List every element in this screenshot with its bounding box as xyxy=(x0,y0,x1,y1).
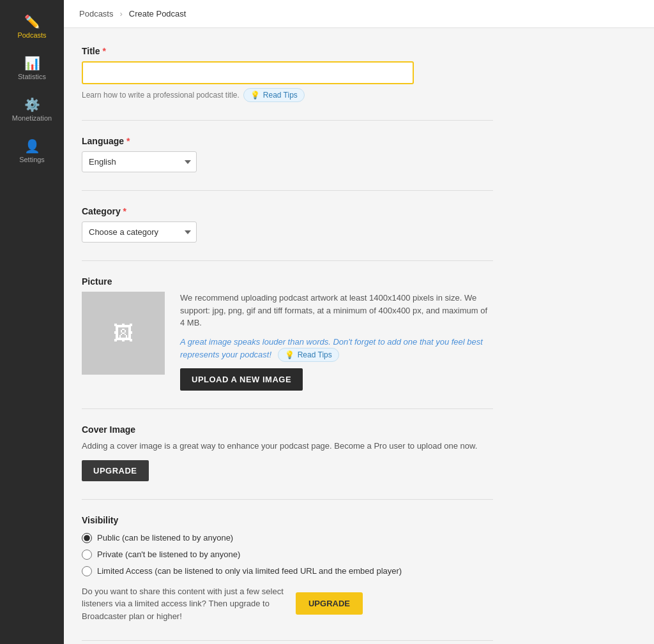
visibility-radio-group: Public (can be listened to by anyone) Pr… xyxy=(82,533,493,576)
sidebar-item-settings[interactable]: 👤 Settings xyxy=(0,131,64,172)
visibility-upgrade-button[interactable]: UPGRADE xyxy=(296,592,363,615)
chart-icon: 📊 xyxy=(24,57,40,70)
title-input[interactable] xyxy=(82,61,414,84)
picture-row: 🖼 We recommend uploading podcast artwork… xyxy=(82,292,493,391)
visibility-public-label: Public (can be listened to by anyone) xyxy=(97,533,233,543)
form-area: Title * Learn how to write a professiona… xyxy=(64,28,511,644)
sidebar-item-statistics[interactable]: 📊 Statistics xyxy=(0,48,64,89)
title-helper: Learn how to write a professional podcas… xyxy=(82,88,493,102)
category-select[interactable]: Choose a category Arts Business Comedy E… xyxy=(82,221,197,243)
sidebar: ✏️ Podcasts 📊 Statistics ⚙️ Monetization… xyxy=(0,0,64,644)
cover-image-section: Cover Image Adding a cover image is a gr… xyxy=(82,424,493,481)
cover-upgrade-button[interactable]: UPGRADE xyxy=(82,460,149,481)
sidebar-item-label: Statistics xyxy=(18,73,46,80)
required-marker: * xyxy=(102,46,105,56)
upload-image-button[interactable]: UPLOAD A NEW IMAGE xyxy=(180,368,303,391)
language-section: Language * English Spanish French German… xyxy=(82,136,493,172)
picture-info: We recommend uploading podcast artwork a… xyxy=(180,292,493,391)
required-marker: * xyxy=(123,206,126,216)
picture-read-tips-button[interactable]: 💡 Read Tips xyxy=(278,348,339,362)
title-read-tips-button[interactable]: 💡 Read Tips xyxy=(243,88,305,102)
picture-section: Picture 🖼 We recommend uploading podcast… xyxy=(82,276,493,391)
bulb-icon: 💡 xyxy=(285,350,294,359)
pencil-icon: ✏️ xyxy=(24,15,40,28)
main-content: Podcasts › Create Podcast Title * Learn … xyxy=(64,0,654,644)
picture-thumbnail: 🖼 xyxy=(82,292,165,375)
sidebar-item-monetization[interactable]: ⚙️ Monetization xyxy=(0,89,64,131)
picture-tip: A great image speaks louder than words. … xyxy=(180,336,493,363)
sidebar-item-label: Settings xyxy=(19,156,45,163)
user-icon: 👤 xyxy=(24,140,40,153)
required-marker: * xyxy=(126,136,130,146)
visibility-private[interactable]: Private (can't be listened to by anyone) xyxy=(82,550,493,560)
title-label: Title * xyxy=(82,46,493,56)
cover-image-description: Adding a cover image is a great way to e… xyxy=(82,440,493,453)
visibility-private-label: Private (can't be listened to by anyone) xyxy=(97,550,240,559)
picture-description: We recommend uploading podcast artwork a… xyxy=(180,293,487,327)
visibility-public-radio[interactable] xyxy=(82,533,92,543)
picture-label: Picture xyxy=(82,276,493,287)
sidebar-item-label: Podcasts xyxy=(17,31,46,39)
sidebar-item-podcasts[interactable]: ✏️ Podcasts xyxy=(0,6,64,48)
breadcrumb: Podcasts › Create Podcast xyxy=(64,0,654,28)
title-helper-text: Learn how to write a professional podcas… xyxy=(82,91,240,100)
language-label: Language * xyxy=(82,136,493,146)
visibility-limited-label: Limited Access (can be listened to only … xyxy=(97,566,402,576)
visibility-section: Visibility Public (can be listened to by… xyxy=(82,515,493,623)
category-section: Category * Choose a category Arts Busine… xyxy=(82,206,493,243)
limited-note-text: Do you want to share this content with j… xyxy=(82,585,287,623)
money-icon: ⚙️ xyxy=(24,98,40,111)
breadcrumb-current: Create Podcast xyxy=(129,9,186,19)
bulb-icon: 💡 xyxy=(250,91,260,100)
title-section: Title * Learn how to write a professiona… xyxy=(82,46,493,102)
limited-access-note: Do you want to share this content with j… xyxy=(82,585,363,623)
category-label: Category * xyxy=(82,206,493,216)
sidebar-item-label: Monetization xyxy=(12,114,52,122)
breadcrumb-separator: › xyxy=(119,9,122,19)
visibility-public[interactable]: Public (can be listened to by anyone) xyxy=(82,533,493,543)
visibility-label: Visibility xyxy=(82,515,493,525)
language-select[interactable]: English Spanish French German Portuguese xyxy=(82,151,197,172)
cover-image-label: Cover Image xyxy=(82,424,493,435)
visibility-limited-radio[interactable] xyxy=(82,566,92,576)
visibility-private-radio[interactable] xyxy=(82,550,92,560)
image-placeholder-icon: 🖼 xyxy=(113,322,133,345)
visibility-limited[interactable]: Limited Access (can be listened to only … xyxy=(82,566,493,576)
breadcrumb-root[interactable]: Podcasts xyxy=(79,9,113,19)
